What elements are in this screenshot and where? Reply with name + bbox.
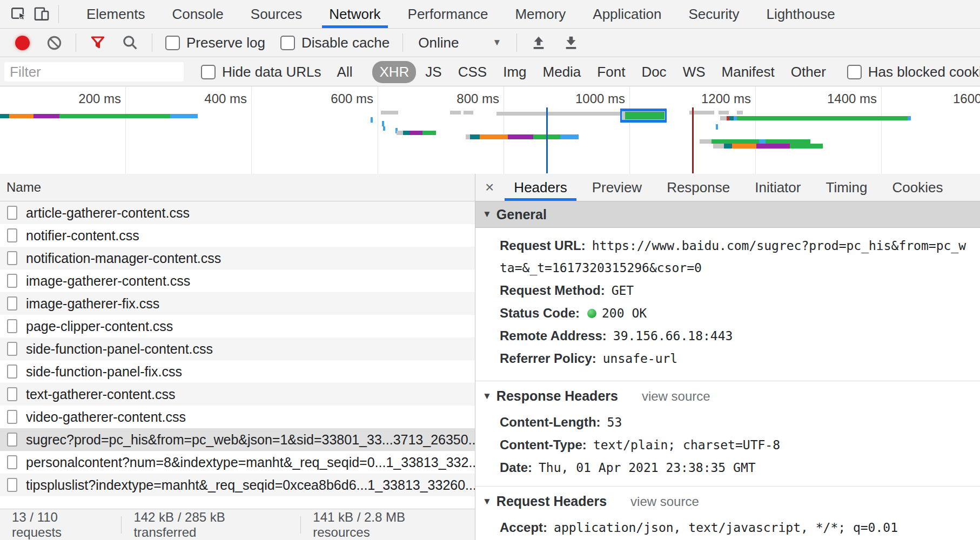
selected-request-highlight bbox=[620, 109, 667, 123]
network-overview[interactable]: 200 ms400 ms600 ms800 ms1000 ms1200 ms14… bbox=[0, 87, 980, 174]
tab-network[interactable]: Network bbox=[316, 0, 394, 28]
table-row[interactable]: image-gatherer-fix.css bbox=[0, 292, 475, 315]
waterfall-bar bbox=[464, 111, 473, 114]
request-headers-list: Accept:application/json, text/javascript… bbox=[475, 516, 980, 540]
import-har-icon[interactable] bbox=[530, 34, 547, 51]
view-source-link[interactable]: view source bbox=[642, 389, 710, 404]
request-name: notification-manager-content.css bbox=[26, 251, 221, 266]
tab-sources[interactable]: Sources bbox=[237, 0, 316, 28]
waterfall-bar bbox=[371, 117, 373, 123]
filter-type-doc[interactable]: Doc bbox=[634, 61, 673, 83]
filter-type-all[interactable]: All bbox=[330, 61, 360, 83]
table-row[interactable]: page-clipper-content.css bbox=[0, 315, 475, 338]
tab-elements[interactable]: Elements bbox=[73, 0, 158, 28]
header-name: Referrer Policy: bbox=[500, 351, 596, 366]
triangle-down-icon: ▼ bbox=[482, 496, 492, 507]
device-toolbar-icon[interactable] bbox=[30, 3, 53, 25]
tab-application[interactable]: Application bbox=[579, 0, 675, 28]
detail-tab-initiator[interactable]: Initiator bbox=[742, 174, 813, 201]
file-icon bbox=[7, 251, 17, 265]
detail-tab-timing[interactable]: Timing bbox=[813, 174, 880, 201]
name-column-header[interactable]: Name bbox=[0, 174, 475, 201]
waterfall-bar bbox=[450, 111, 461, 114]
panel-tabs: ElementsConsoleSourcesNetworkPerformance… bbox=[73, 0, 849, 28]
table-row[interactable]: video-gatherer-content.css bbox=[0, 406, 475, 428]
search-icon[interactable] bbox=[122, 34, 139, 51]
disable-cache-checkbox[interactable] bbox=[280, 36, 295, 50]
hide-data-urls-checkbox[interactable] bbox=[201, 65, 216, 79]
section-header-general[interactable]: ▼General bbox=[475, 201, 980, 228]
header-value: https://www.baidu.com/sugrec?prod=pc_his… bbox=[592, 239, 966, 253]
waterfall-bar bbox=[720, 116, 737, 120]
tab-console[interactable]: Console bbox=[158, 0, 237, 28]
filter-type-other[interactable]: Other bbox=[784, 61, 833, 83]
filter-type-img[interactable]: Img bbox=[496, 61, 533, 83]
header-value: 53 bbox=[607, 415, 622, 429]
waterfall-bar bbox=[381, 111, 398, 114]
filter-funnel-icon[interactable] bbox=[89, 34, 106, 51]
tab-security[interactable]: Security bbox=[675, 0, 753, 28]
timeline-gridline bbox=[378, 87, 378, 174]
has-blocked-cookies-checkbox[interactable] bbox=[847, 65, 862, 79]
filter-input[interactable] bbox=[4, 62, 184, 82]
domcontentloaded-marker-line bbox=[546, 107, 548, 173]
summary-item: 142 kB / 285 kB transferred bbox=[122, 510, 300, 540]
detail-tab-headers[interactable]: Headers bbox=[501, 174, 579, 201]
file-icon bbox=[7, 364, 17, 379]
waterfall-bar bbox=[737, 111, 743, 114]
table-row[interactable]: article-gatherer-content.css bbox=[0, 201, 475, 224]
inspect-element-icon[interactable] bbox=[8, 3, 30, 25]
detail-tab-response[interactable]: Response bbox=[654, 174, 742, 201]
header-value: Thu, 01 Apr 2021 23:38:35 GMT bbox=[539, 461, 756, 475]
detail-tab-cookies[interactable]: Cookies bbox=[880, 174, 956, 201]
triangle-down-icon: ▼ bbox=[482, 391, 492, 402]
header-name: Content-Length: bbox=[500, 415, 601, 429]
detail-tabs: × HeadersPreviewResponseInitiatorTimingC… bbox=[475, 174, 980, 201]
filter-type-ws[interactable]: WS bbox=[676, 61, 713, 83]
timeline-gridline bbox=[629, 87, 630, 174]
tab-lighthouse[interactable]: Lighthouse bbox=[753, 0, 848, 28]
filter-type-xhr[interactable]: XHR bbox=[372, 61, 416, 83]
table-row[interactable]: side-function-panel-fix.css bbox=[0, 360, 475, 383]
table-row[interactable]: notification-manager-content.css bbox=[0, 247, 475, 269]
filter-type-font[interactable]: Font bbox=[590, 61, 632, 83]
filter-type-css[interactable]: CSS bbox=[451, 61, 494, 83]
network-toolbar: Preserve log Disable cache Online ▼ bbox=[0, 29, 980, 57]
record-network-log-icon[interactable] bbox=[15, 36, 30, 50]
section-header-response-headers[interactable]: ▼Response Headersview source bbox=[475, 381, 980, 411]
tab-performance[interactable]: Performance bbox=[394, 0, 502, 28]
filter-type-media[interactable]: Media bbox=[536, 61, 588, 83]
filter-type-manifest[interactable]: Manifest bbox=[715, 61, 782, 83]
table-row[interactable]: image-gatherer-content.css bbox=[0, 269, 475, 292]
header-row: Remote Address:39.156.66.18:443 bbox=[500, 325, 980, 347]
table-row[interactable]: sugrec?prod=pc_his&from=pc_web&json=1&si… bbox=[0, 428, 475, 451]
throttling-dropdown[interactable]: Online ▼ bbox=[418, 35, 501, 51]
table-row[interactable]: notifier-content.css bbox=[0, 224, 475, 247]
table-row[interactable]: text-gatherer-content.css bbox=[0, 383, 475, 406]
waterfall-bar bbox=[466, 134, 579, 139]
timeline-tick-label: 400 ms bbox=[204, 91, 247, 106]
close-icon[interactable]: × bbox=[475, 174, 501, 201]
view-source-link[interactable]: view source bbox=[630, 494, 699, 509]
headers-pane: ▼GeneralRequest URL:https://www.baidu.co… bbox=[475, 201, 980, 540]
status-ok-icon bbox=[587, 309, 596, 318]
file-icon bbox=[7, 296, 17, 310]
timeline-tick-label: 1400 ms bbox=[827, 91, 877, 106]
preserve-log-checkbox[interactable] bbox=[165, 36, 180, 50]
section-title: Response Headers bbox=[496, 388, 618, 404]
table-row[interactable]: tipspluslist?indextype=manht&_req_seqid=… bbox=[0, 474, 475, 496]
table-row[interactable]: personalcontent?num=8&indextype=manht&_r… bbox=[0, 451, 475, 474]
clear-network-log-icon[interactable] bbox=[46, 35, 63, 51]
filter-type-js[interactable]: JS bbox=[418, 61, 448, 83]
section-header-request-headers[interactable]: ▼Request Headersview source bbox=[475, 486, 980, 516]
export-har-icon[interactable] bbox=[562, 34, 580, 51]
header-value: unsafe-url bbox=[603, 352, 677, 366]
tab-memory[interactable]: Memory bbox=[501, 0, 579, 28]
divider bbox=[516, 33, 517, 52]
header-row: Request URL:https://www.baidu.com/sugrec… bbox=[500, 234, 980, 257]
detail-tab-preview[interactable]: Preview bbox=[580, 174, 654, 201]
timeline-gridline bbox=[504, 87, 504, 174]
header-value: 39.156.66.18:443 bbox=[613, 329, 733, 343]
file-icon bbox=[7, 410, 17, 424]
table-row[interactable]: side-function-panel-content.css bbox=[0, 338, 475, 360]
